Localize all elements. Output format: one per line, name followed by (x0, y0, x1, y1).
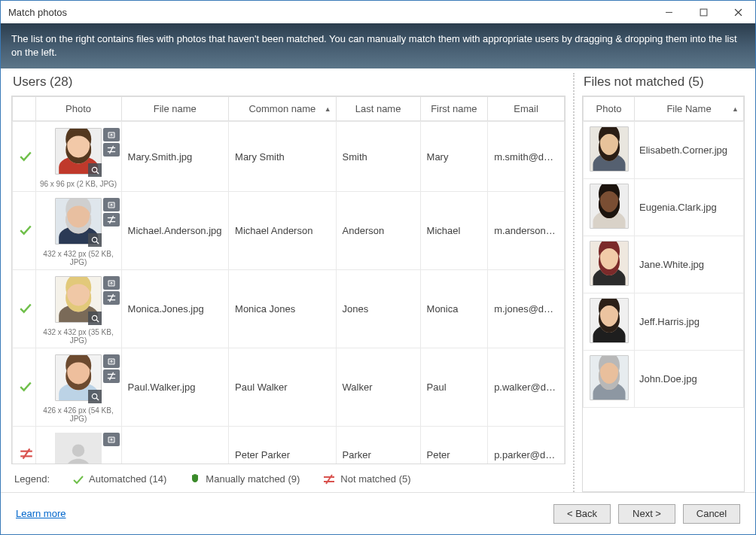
filename-cell: Mary.Smith.jpg (121, 122, 229, 192)
filename-cell: Elisabeth.Corner.jpg (635, 122, 744, 179)
lastname-cell: Smith (336, 122, 420, 192)
email-cell: m.anderson@dstdomain.com (488, 192, 565, 270)
svg-line-15 (96, 320, 99, 322)
table-row[interactable]: 96 x 96 px (2 KB, JPG) Mary.Smith.jpg Ma… (13, 122, 565, 192)
sort-asc-icon: ▲ (732, 105, 739, 113)
notequal-icon (19, 448, 34, 460)
upload-icon[interactable] (103, 433, 120, 446)
status-cell (13, 427, 36, 464)
maximize-button[interactable] (686, 1, 721, 23)
footer-buttons: < Back Next > Cancel (553, 504, 740, 524)
svg-rect-1 (700, 9, 707, 16)
col-commonname[interactable]: Common name▲ (229, 97, 337, 121)
lastname-cell: Jones (336, 270, 420, 348)
window: Match photos The list on the right conta… (0, 0, 756, 535)
filename-cell: John.Doe.jpg (635, 351, 744, 408)
unmatched-grid: Photo File Name▲ Elisabeth.Corner.jpg Eu… (582, 96, 745, 492)
upload-icon[interactable] (103, 198, 120, 211)
list-item[interactable]: Eugenia.Clark.jpg (584, 179, 744, 236)
photo-cell: 432 x 432 px (52 KB, JPG) (35, 192, 121, 270)
magnify-icon[interactable] (88, 312, 102, 325)
col-photo[interactable]: Photo (35, 97, 121, 121)
sort-asc-icon: ▲ (325, 105, 331, 113)
col-status[interactable] (13, 97, 36, 121)
lastname-cell: Walker (336, 348, 420, 427)
magnify-icon[interactable] (88, 233, 102, 247)
unmatched-scroll[interactable]: Elisabeth.Corner.jpg Eugenia.Clark.jpg J… (583, 121, 744, 491)
check-icon (19, 149, 32, 163)
next-button[interactable]: Next > (618, 504, 675, 524)
svg-line-23 (109, 372, 113, 380)
filename-cell: Jane.White.jpg (635, 236, 744, 293)
svg-point-9 (92, 237, 96, 242)
email-cell: m.smith@dstdomain.com (488, 122, 565, 192)
table-row[interactable]: 432 x 432 px (35 KB, JPG) Monica.Jones.j… (13, 270, 565, 348)
back-button[interactable]: < Back (553, 504, 611, 524)
filename-cell: Jeff.Harris.jpg (635, 293, 744, 351)
svg-line-30 (326, 475, 332, 484)
filename-cell: Monica.Jones.jpg (121, 270, 229, 348)
unmatch-icon[interactable] (103, 291, 120, 305)
table-row[interactable]: 432 x 432 px (52 KB, JPG) Michael.Anders… (13, 192, 565, 270)
unmatch-icon[interactable] (103, 213, 120, 226)
check-icon (19, 223, 32, 236)
commonname-cell: Monica Jones (229, 270, 337, 348)
svg-point-19 (92, 394, 96, 398)
col-firstname[interactable]: First name (420, 97, 488, 121)
commonname-cell: Mary Smith (229, 122, 337, 192)
unmatched-header-table: Photo File Name▲ (583, 96, 744, 121)
placeholder-avatar (55, 433, 102, 464)
close-button[interactable] (721, 1, 755, 23)
unmatch-icon[interactable] (103, 143, 120, 157)
email-cell: p.parker@dstdomain.com (488, 427, 565, 464)
ucol-filename[interactable]: File Name▲ (635, 97, 744, 121)
unmatched-title: Files not matched (5) (584, 74, 745, 90)
svg-line-10 (96, 242, 99, 244)
svg-point-4 (92, 167, 96, 172)
ucol-photo[interactable]: Photo (584, 97, 635, 121)
photo-cell: 426 x 426 px (54 KB, JPG) (35, 348, 121, 427)
legend-label: Legend: (14, 473, 50, 485)
status-cell (13, 270, 36, 348)
photo-cell (584, 351, 635, 408)
filename-cell: Paul.Walker.jpg (121, 348, 229, 427)
col-email[interactable]: Email (488, 97, 565, 121)
upload-icon[interactable] (103, 128, 120, 141)
learn-more-link[interactable]: Learn more (16, 508, 66, 519)
window-title: Match photos (8, 7, 67, 18)
list-item[interactable]: Jeff.Harris.jpg (584, 293, 744, 351)
minimize-button[interactable] (651, 1, 686, 23)
check-icon (19, 301, 32, 315)
unmatch-icon[interactable] (103, 369, 120, 383)
photo-cell (35, 427, 121, 464)
magnify-icon[interactable] (88, 163, 102, 177)
list-item[interactable]: Jane.White.jpg (584, 236, 744, 293)
legend: Legend: Automatched (14) Manually matche… (11, 464, 565, 492)
photo-cell (584, 179, 635, 236)
filename-cell (121, 427, 229, 464)
upload-icon[interactable] (103, 276, 120, 290)
magnify-icon[interactable] (88, 390, 102, 403)
titlebar: Match photos (1, 1, 755, 23)
col-lastname[interactable]: Last name (336, 97, 420, 121)
photo-cell: 96 x 96 px (2 KB, JPG) (35, 122, 121, 192)
cancel-button[interactable]: Cancel (683, 504, 740, 524)
photo-dimensions: 432 x 432 px (52 KB, JPG) (39, 250, 118, 266)
unmatched-body-table: Elisabeth.Corner.jpg Eugenia.Clark.jpg J… (583, 121, 744, 408)
firstname-cell: Paul (420, 348, 488, 427)
col-filename[interactable]: File name (121, 97, 229, 121)
status-cell (13, 122, 36, 192)
users-scroll[interactable]: 96 x 96 px (2 KB, JPG) Mary.Smith.jpg Ma… (12, 121, 565, 464)
upload-icon[interactable] (103, 354, 120, 368)
svg-line-18 (109, 294, 113, 302)
list-item[interactable]: Elisabeth.Corner.jpg (584, 122, 744, 179)
filename-cell: Eugenia.Clark.jpg (635, 179, 744, 236)
lastname-cell: Parker (336, 427, 420, 464)
list-item[interactable]: John.Doe.jpg (584, 351, 744, 408)
photo-cell (584, 293, 635, 351)
table-row[interactable]: Peter Parker Parker Peter p.parker@dstdo… (13, 427, 565, 464)
firstname-cell: Monica (420, 270, 488, 348)
svg-line-26 (23, 448, 30, 458)
table-row[interactable]: 426 x 426 px (54 KB, JPG) Paul.Walker.jp… (13, 348, 565, 427)
content-area: Users (28) Photo File name Common name▲ … (1, 68, 755, 492)
